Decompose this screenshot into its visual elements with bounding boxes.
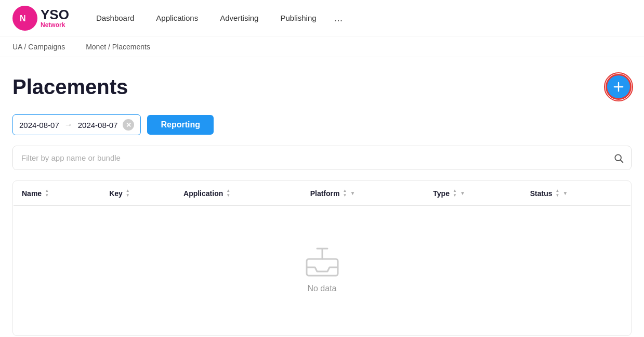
sort-type-icon: ▲ ▼ <box>453 189 457 198</box>
filter-platform-icon: ▼ <box>350 190 355 196</box>
main-content: Placements 2024-08-07 → 2024-08-07 ✕ Rep… <box>0 57 644 337</box>
empty-state: No data <box>14 206 630 335</box>
search-row <box>12 146 632 170</box>
data-table-wrapper: Name ▲ ▼ Key ▲ ▼ <box>12 180 632 336</box>
reporting-button[interactable]: Reporting <box>147 115 214 135</box>
date-range-arrow: → <box>64 120 73 129</box>
col-type[interactable]: Type ▲ ▼ ▼ <box>425 182 521 206</box>
col-status[interactable]: Status ▲ ▼ ▼ <box>522 182 631 206</box>
nav-item-publishing[interactable]: Publishing <box>271 9 325 27</box>
add-placement-button[interactable] <box>606 74 632 100</box>
col-name[interactable]: Name ▲ ▼ <box>14 182 101 206</box>
placements-table: Name ▲ ▼ Key ▲ ▼ <box>13 181 631 335</box>
nav-more-button[interactable]: ... <box>329 8 348 28</box>
filter-row: 2024-08-07 → 2024-08-07 ✕ Reporting <box>12 114 632 135</box>
page-header: Placements <box>12 74 632 100</box>
nav-item-dashboard[interactable]: Dashboard <box>87 9 143 27</box>
navbar: N YSO Network Dashboard Applications Adv… <box>0 0 644 36</box>
page-title: Placements <box>12 75 128 99</box>
logo-text: YSO Network <box>41 8 69 29</box>
table-body: No data <box>14 205 631 335</box>
no-data-icon <box>306 248 339 277</box>
search-icon <box>613 153 624 163</box>
date-range-box[interactable]: 2024-08-07 → 2024-08-07 ✕ <box>12 114 141 135</box>
start-date-value: 2024-08-07 <box>19 121 59 129</box>
col-application[interactable]: Application ▲ ▼ <box>175 182 302 206</box>
sort-status-icon: ▲ ▼ <box>556 189 560 198</box>
svg-line-3 <box>621 160 623 162</box>
end-date-value: 2024-08-07 <box>78 121 118 129</box>
filter-status-icon: ▼ <box>562 190 568 196</box>
logo[interactable]: N YSO Network <box>12 6 69 31</box>
col-platform[interactable]: Platform ▲ ▼ ▼ <box>302 182 425 206</box>
no-data-text: No data <box>307 284 336 293</box>
logo-yso-label: YSO <box>41 8 69 21</box>
subnav-item-monet-placements[interactable]: Monet / Placements <box>86 41 150 53</box>
sort-application-icon: ▲ ▼ <box>226 189 230 198</box>
table-header: Name ▲ ▼ Key ▲ ▼ <box>14 182 631 206</box>
search-input[interactable] <box>13 146 606 170</box>
plus-icon <box>611 80 626 94</box>
sort-platform-icon: ▲ ▼ <box>343 189 347 198</box>
sort-key-icon: ▲ ▼ <box>126 189 130 198</box>
logo-icon: N <box>12 6 37 31</box>
search-button[interactable] <box>606 147 631 170</box>
clear-date-button[interactable]: ✕ <box>123 119 134 131</box>
svg-text:N: N <box>20 14 26 23</box>
subnav: UA / Campaigns Monet / Placements <box>0 36 644 57</box>
filter-type-icon: ▼ <box>460 190 465 196</box>
subnav-item-ua-campaigns[interactable]: UA / Campaigns <box>12 41 65 53</box>
nav-item-applications[interactable]: Applications <box>147 9 207 27</box>
logo-network-label: Network <box>41 21 69 29</box>
nav-item-advertising[interactable]: Advertising <box>211 9 268 27</box>
sort-name-icon: ▲ ▼ <box>45 189 49 198</box>
col-key[interactable]: Key ▲ ▼ <box>101 182 175 206</box>
nav-items: Dashboard Applications Advertising Publi… <box>87 8 632 28</box>
